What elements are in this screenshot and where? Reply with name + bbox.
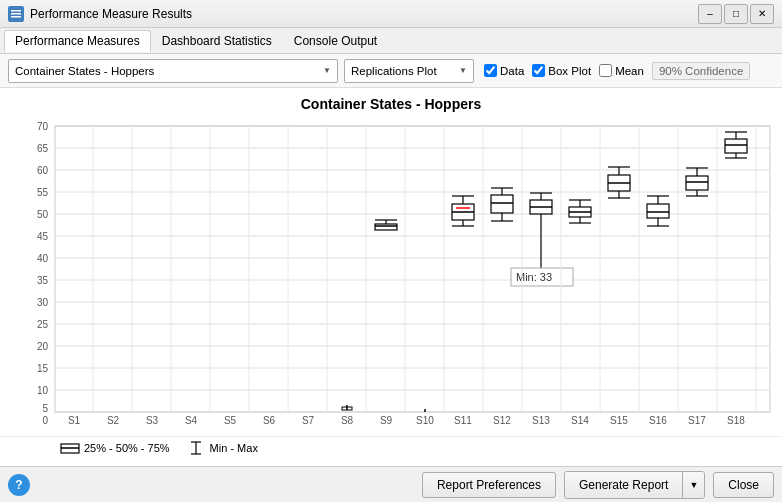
legend-area: 25% - 50% - 75% Min - Max	[0, 436, 782, 457]
legend-whisker-item: Min - Max	[186, 441, 258, 455]
footer-right: Report Preferences Generate Report ▼ Clo…	[422, 471, 774, 499]
svg-rect-74	[647, 204, 669, 218]
title-bar-left: Performance Measure Results	[8, 6, 192, 22]
mean-label: Mean	[615, 65, 644, 77]
tab-console-output[interactable]: Console Output	[283, 30, 388, 52]
title-bar-controls: – □ ✕	[698, 4, 774, 24]
checkbox-group: Data Box Plot Mean 90% Confidence	[484, 62, 750, 80]
container-states-dropdown[interactable]: Container States - Hoppers ▼	[8, 59, 338, 83]
legend-box-item: 25% - 50% - 75%	[60, 441, 170, 455]
close-button[interactable]: Close	[713, 472, 774, 498]
svg-text:35: 35	[37, 275, 49, 286]
generate-report-button[interactable]: Generate Report	[565, 472, 683, 498]
svg-text:S3: S3	[146, 415, 159, 426]
svg-text:S1: S1	[68, 415, 81, 426]
data-label: Data	[500, 65, 524, 77]
svg-text:70: 70	[37, 121, 49, 132]
svg-rect-1	[11, 10, 21, 12]
svg-text:60: 60	[37, 165, 49, 176]
tab-dashboard-statistics[interactable]: Dashboard Statistics	[151, 30, 283, 52]
legend-box-label: 25% - 50% - 75%	[84, 442, 170, 454]
mean-checkbox-item[interactable]: Mean	[599, 64, 644, 77]
legend-box-icon	[60, 441, 80, 455]
svg-rect-30	[55, 126, 770, 412]
replications-plot-label: Replications Plot	[351, 65, 437, 77]
svg-text:55: 55	[37, 187, 49, 198]
y-axis: 70 65 60 55 50 45 40	[37, 121, 770, 412]
vertical-grid	[93, 126, 756, 412]
svg-text:S5: S5	[224, 415, 237, 426]
svg-rect-36	[375, 224, 397, 230]
footer-left: ?	[8, 474, 30, 496]
svg-text:45: 45	[37, 231, 49, 242]
report-preferences-button[interactable]: Report Preferences	[422, 472, 556, 498]
dropdown-plot-arrow: ▼	[459, 66, 467, 75]
svg-text:25: 25	[37, 319, 49, 330]
chart-svg: 70 65 60 55 50 45 40	[0, 116, 782, 426]
svg-text:S11: S11	[454, 415, 472, 426]
svg-text:S16: S16	[649, 415, 667, 426]
menu-bar: Performance Measures Dashboard Statistic…	[0, 28, 782, 54]
boxplot-checkbox-item[interactable]: Box Plot	[532, 64, 591, 77]
confidence-label: 90% Confidence	[652, 62, 750, 80]
svg-text:S14: S14	[571, 415, 589, 426]
dropdown-main-arrow: ▼	[323, 66, 331, 75]
toolbar: Container States - Hoppers ▼ Replication…	[0, 54, 782, 88]
data-checkbox[interactable]	[484, 64, 497, 77]
svg-text:S2: S2	[107, 415, 120, 426]
svg-text:S12: S12	[493, 415, 511, 426]
data-checkbox-item[interactable]: Data	[484, 64, 524, 77]
boxplot-checkbox[interactable]	[532, 64, 545, 77]
svg-text:S4: S4	[185, 415, 198, 426]
svg-rect-48	[491, 195, 513, 213]
svg-text:S7: S7	[302, 415, 315, 426]
x-axis-labels: S1 S2 S3 S4 S5 S6 S7 S8 S9 S10 S11 S12 S…	[68, 415, 745, 426]
legend-whisker-icon	[186, 441, 206, 455]
svg-text:40: 40	[37, 253, 49, 264]
chart-svg-container: 70 65 60 55 50 45 40	[0, 116, 782, 436]
window-title: Performance Measure Results	[30, 7, 192, 21]
svg-text:5: 5	[42, 403, 48, 414]
svg-rect-0	[11, 13, 21, 15]
svg-text:S15: S15	[610, 415, 628, 426]
help-button[interactable]: ?	[8, 474, 30, 496]
footer-bar: ? Report Preferences Generate Report ▼ C…	[0, 466, 782, 502]
app-icon	[8, 6, 24, 22]
maximize-button[interactable]: □	[724, 4, 748, 24]
main-content: Container States - Hoppers 70 65 60 55 5…	[0, 88, 782, 466]
svg-text:S18: S18	[727, 415, 745, 426]
generate-report-arrow-button[interactable]: ▼	[683, 472, 704, 498]
title-bar: Performance Measure Results – □ ✕	[0, 0, 782, 28]
container-states-label: Container States - Hoppers	[15, 65, 154, 77]
svg-text:S10: S10	[416, 415, 434, 426]
svg-text:S8: S8	[341, 415, 354, 426]
tab-performance-measures[interactable]: Performance Measures	[4, 30, 151, 52]
window-close-button[interactable]: ✕	[750, 4, 774, 24]
svg-text:S13: S13	[532, 415, 550, 426]
generate-report-group: Generate Report ▼	[564, 471, 705, 499]
svg-text:15: 15	[37, 363, 49, 374]
minimize-button[interactable]: –	[698, 4, 722, 24]
svg-text:S17: S17	[688, 415, 706, 426]
svg-text:0: 0	[42, 415, 48, 426]
svg-text:30: 30	[37, 297, 49, 308]
chart-title: Container States - Hoppers	[0, 88, 782, 116]
legend-whisker-label: Min - Max	[210, 442, 258, 454]
svg-text:65: 65	[37, 143, 49, 154]
svg-rect-80	[686, 176, 708, 190]
svg-rect-86	[725, 139, 747, 153]
svg-text:S6: S6	[263, 415, 276, 426]
svg-text:Min: 33: Min: 33	[516, 271, 552, 283]
boxplot-label: Box Plot	[548, 65, 591, 77]
svg-rect-2	[11, 16, 21, 18]
svg-text:20: 20	[37, 341, 49, 352]
svg-text:50: 50	[37, 209, 49, 220]
replications-plot-dropdown[interactable]: Replications Plot ▼	[344, 59, 474, 83]
mean-checkbox[interactable]	[599, 64, 612, 77]
svg-text:S9: S9	[380, 415, 393, 426]
svg-text:10: 10	[37, 385, 49, 396]
